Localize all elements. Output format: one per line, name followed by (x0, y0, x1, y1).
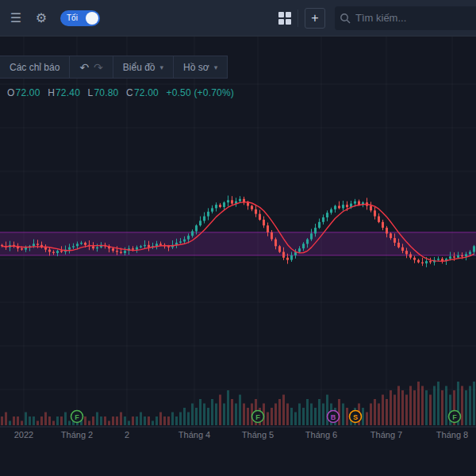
low-label: L (88, 87, 94, 98)
trade-marker[interactable]: F (252, 411, 264, 423)
change-value: +0.50 (+0.70%) (166, 87, 234, 98)
low-value: 70.80 (94, 87, 118, 98)
svg-text:F: F (452, 413, 457, 421)
trade-marker[interactable]: S (350, 411, 362, 423)
grid-square (278, 19, 284, 25)
grid-square (278, 12, 284, 17)
high-value: 72.40 (56, 87, 80, 98)
open-label: O (7, 87, 15, 98)
theme-toggle-label: Tối (60, 13, 78, 22)
time-axis-label[interactable]: Tháng 4 (178, 430, 210, 440)
app-root: ☰ ⚙ Tối + 2022Tháng 22Tháng 4Tháng 5Thán… (0, 0, 476, 476)
add-button[interactable]: + (305, 8, 325, 29)
grid-square (286, 19, 291, 25)
settings-gear-icon[interactable]: ⚙ (32, 9, 51, 28)
time-axis-label[interactable]: Tháng 2 (61, 430, 93, 440)
svg-text:B: B (331, 413, 336, 421)
topbar: ☰ ⚙ Tối + (0, 0, 476, 36)
chevron-down-icon: ▾ (214, 63, 218, 71)
trade-marker[interactable]: F (71, 411, 83, 423)
time-axis-label[interactable]: 2022 (14, 430, 33, 440)
chart-toolbar: Các chỉ báo ↶ ↷ Biểu đồ ▾ Hồ sơ ▾ (0, 56, 228, 79)
chart-area: 2022Tháng 22Tháng 4Tháng 5Tháng 6Tháng 7… (0, 36, 476, 476)
topbar-divider (298, 10, 298, 27)
redo-icon[interactable]: ↷ (94, 61, 103, 74)
open-value: 72.00 (16, 87, 40, 98)
ohlc-legend: O72.00 H72.40 L70.80 C72.00 +0.50 (+0.70… (7, 87, 234, 98)
undo-redo-group: ↶ ↷ (70, 56, 113, 78)
svg-text:F: F (75, 413, 79, 421)
profile-dropdown[interactable]: Hồ sơ ▾ (174, 56, 227, 78)
trade-marker[interactable]: F (449, 411, 461, 423)
close-value: 72.00 (134, 87, 159, 98)
time-axis-label[interactable]: Tháng 8 (436, 430, 468, 440)
chart-canvas[interactable]: 2022Tháng 22Tháng 4Tháng 5Tháng 6Tháng 7… (0, 36, 476, 476)
chart-type-dropdown[interactable]: Biểu đồ ▾ (113, 56, 174, 78)
layout-grid-icon[interactable] (278, 12, 291, 25)
search-icon (340, 13, 351, 24)
trade-marker[interactable]: B (328, 411, 340, 423)
chevron-down-icon: ▾ (160, 63, 164, 71)
search-box[interactable] (335, 6, 476, 30)
undo-icon[interactable]: ↶ (79, 61, 89, 74)
price-band (0, 232, 476, 255)
time-axis-label[interactable]: Tháng 5 (242, 430, 274, 440)
time-axis-label[interactable]: Tháng 6 (305, 430, 337, 440)
theme-toggle-knob (86, 12, 98, 25)
indicators-button[interactable]: Các chỉ báo (0, 56, 70, 78)
high-label: H (48, 87, 55, 98)
search-input[interactable] (355, 12, 471, 24)
close-label: C (126, 87, 133, 98)
grid-square (286, 12, 291, 17)
profile-label: Hồ sơ (183, 62, 209, 73)
svg-text:S: S (353, 413, 358, 421)
chart-type-label: Biểu đồ (123, 62, 155, 73)
theme-toggle[interactable]: Tối (60, 10, 100, 26)
svg-text:F: F (255, 413, 260, 421)
time-axis-label[interactable]: Tháng 7 (370, 430, 402, 440)
menu-icon[interactable]: ☰ (6, 9, 25, 28)
time-axis-label[interactable]: 2 (125, 430, 129, 440)
